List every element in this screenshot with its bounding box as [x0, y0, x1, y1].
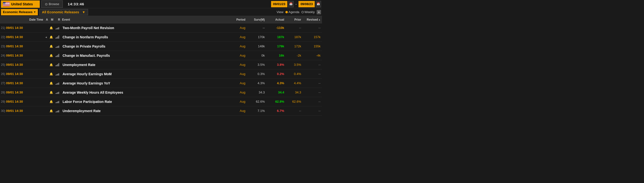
cell-period: Aug: [227, 35, 246, 39]
view-options: View Agenda Weekly +: [277, 10, 321, 14]
cell-datetime: 22) 09/01 14:30: [0, 35, 44, 39]
col-datetime[interactable]: Date Time: [0, 18, 44, 21]
cell-event-name[interactable]: Labor Force Participation Rate: [61, 100, 227, 104]
cell-datetime: 25) 09/01 14:30: [0, 63, 44, 67]
calendar-from-icon[interactable]: 📅: [288, 1, 294, 7]
agenda-option[interactable]: Agenda: [286, 10, 300, 14]
cell-chart[interactable]: [54, 100, 61, 104]
cell-period: Aug: [227, 26, 246, 30]
cell-revised: --: [302, 109, 322, 113]
cell-event-name[interactable]: Average Weekly Hours All Employees: [61, 91, 227, 94]
cell-bell[interactable]: 🔔: [49, 109, 54, 113]
col-revised[interactable]: Revised ▲: [302, 18, 322, 21]
cell-surv: 0.3%: [246, 72, 266, 76]
cell-surv: 170k: [246, 35, 266, 39]
cell-period: Aug: [227, 109, 246, 113]
cell-chart[interactable]: [54, 72, 61, 76]
cell-chart[interactable]: [54, 63, 61, 67]
cell-bell[interactable]: 🔔: [49, 72, 54, 76]
cell-chart[interactable]: [54, 44, 61, 48]
cell-actual: 6.7%: [266, 109, 285, 113]
table-row[interactable]: 29) 09/01 14:30 🔔 Labor Force Participat…: [0, 97, 322, 106]
col-m-label: M: [51, 18, 53, 21]
cell-bell[interactable]: 🔔: [49, 26, 54, 30]
cell-period: Aug: [227, 100, 246, 103]
bar-chart-icon: [56, 54, 59, 57]
add-view-button[interactable]: +: [317, 10, 321, 14]
cell-prior: 187k: [285, 35, 302, 39]
cell-revised: --: [302, 26, 322, 30]
cell-bell[interactable]: 🔔: [49, 36, 54, 39]
economic-releases-dropdown[interactable]: Economic Releases ▼: [1, 9, 38, 15]
cell-datetime: 29) 09/01 14:30: [0, 100, 44, 103]
cell-actual: 4.3%: [266, 81, 285, 85]
cell-chart[interactable]: [54, 26, 61, 30]
cell-event-name[interactable]: Change in Manufact. Payrolls: [61, 54, 227, 58]
table-row[interactable]: 22) 09/01 14:30 ◄ 🔔 Change in Nonfarm Pa…: [0, 33, 322, 42]
country-selector[interactable]: ★★★★★★ United States: [1, 1, 40, 8]
cell-prior: --: [285, 26, 302, 30]
browse-button[interactable]: ⊙ Browse: [41, 1, 63, 8]
table-row[interactable]: 27) 09/01 14:30 🔔 Average Hourly Earning…: [0, 79, 322, 88]
table-row[interactable]: 28) 09/01 14:30 🔔 Average Weekly Hours A…: [0, 88, 322, 97]
svg-rect-7: [3, 4, 10, 4]
cell-revised: --: [302, 100, 322, 103]
cell-event-name[interactable]: Average Hourly Earnings MoM: [61, 72, 227, 76]
cell-actual: 0.2%: [266, 72, 285, 76]
cell-event-name[interactable]: Change in Nonfarm Payrolls: [61, 35, 227, 39]
col-event-label: Event: [62, 18, 70, 21]
cell-bell[interactable]: 🔔: [49, 45, 54, 48]
date-to-badge[interactable]: 09/08/23: [298, 1, 315, 7]
col-actual-label: Actual: [275, 18, 284, 21]
filter-bar: Economic Releases ▼ All Economic Release…: [0, 8, 322, 16]
col-a: A: [44, 18, 49, 21]
bar-chart-icon: [56, 35, 59, 39]
weekly-option[interactable]: Weekly: [302, 10, 315, 14]
cell-datetime: 21) 09/01 14:30: [0, 26, 44, 30]
cell-bell[interactable]: 🔔: [49, 54, 54, 57]
cell-bell[interactable]: 🔔: [49, 63, 54, 67]
table-row[interactable]: 25) 09/01 14:30 🔔 Unemployment Rate Aug …: [0, 60, 322, 69]
cell-bell[interactable]: 🔔: [49, 91, 54, 94]
bar-chart-icon: [56, 100, 59, 103]
browse-circle-icon: ⊙: [45, 2, 48, 6]
cell-event-name[interactable]: Underemployment Rate: [61, 109, 227, 113]
cell-actual: 16k: [266, 54, 285, 57]
date-from-badge[interactable]: 09/01/23: [271, 1, 287, 7]
cell-chart[interactable]: [54, 81, 61, 85]
cell-revised: 157k: [302, 35, 322, 39]
cell-chart[interactable]: [54, 91, 61, 94]
calendar-to-icon[interactable]: 📅: [316, 1, 321, 7]
col-event: Event: [61, 18, 227, 21]
cell-period: Aug: [227, 81, 246, 85]
cell-event-name[interactable]: Average Hourly Earnings YoY: [61, 81, 227, 85]
svg-rect-10: [3, 5, 10, 5]
table-row[interactable]: 26) 09/01 14:30 🔔 Average Hourly Earning…: [0, 69, 322, 79]
table-row[interactable]: 24) 09/01 14:30 🔔 Change in Manufact. Pa…: [0, 51, 322, 60]
cell-event-name[interactable]: Unemployment Rate: [61, 63, 227, 67]
cell-surv: 3.5%: [246, 63, 266, 67]
table-row[interactable]: 21) 09/01 14:30 🔔 Two-Month Payroll Net …: [0, 23, 322, 33]
cell-chart[interactable]: [54, 109, 61, 113]
cell-datetime: 27) 09/01 14:30: [0, 81, 44, 85]
cell-event-name[interactable]: Change in Private Payrolls: [61, 44, 227, 48]
svg-text:★★★★★★: ★★★★★★: [3, 3, 10, 4]
cell-revised: --: [302, 63, 322, 67]
cell-bell[interactable]: 🔔: [49, 100, 54, 103]
cell-event-name[interactable]: Two-Month Payroll Net Revision: [61, 26, 227, 30]
cell-datetime: 23) 09/01 14:30: [0, 44, 44, 48]
cell-bell[interactable]: 🔔: [49, 82, 54, 85]
cell-chart[interactable]: [54, 54, 61, 58]
bar-chart-icon: [56, 81, 59, 85]
col-m: M: [49, 18, 54, 21]
view-label: View: [277, 10, 284, 14]
header-right: 09/01/23 📅 - 09/08/23 📅: [271, 1, 321, 7]
table-body: 21) 09/01 14:30 🔔 Two-Month Payroll Net …: [0, 23, 322, 115]
date-separator: -: [296, 2, 297, 6]
table-row[interactable]: 23) 09/01 14:30 🔔 Change in Private Payr…: [0, 42, 322, 51]
table-row[interactable]: 30) 09/01 14:30 🔔 Underemployment Rate A…: [0, 106, 322, 115]
col-revised-label: Revised: [307, 18, 318, 21]
cell-chart[interactable]: [54, 35, 61, 39]
all-economic-releases-dropdown[interactable]: All Economic Releases ▼: [39, 9, 88, 15]
country-label: United States: [11, 2, 33, 6]
